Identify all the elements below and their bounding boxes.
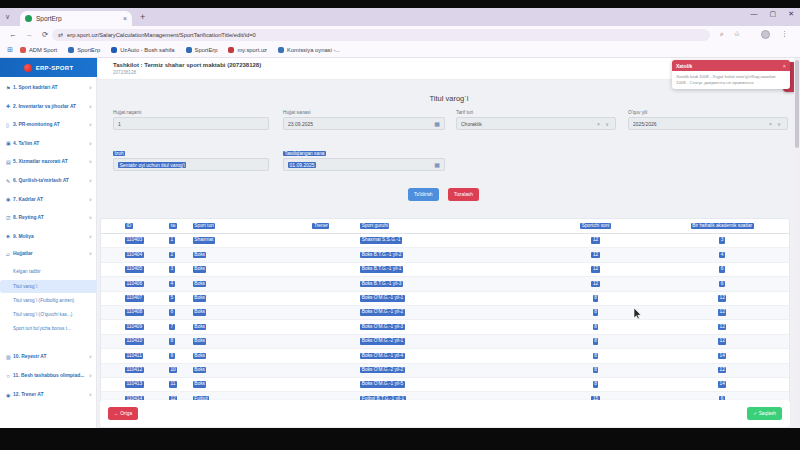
apps-grid-icon[interactable]: ⊞ [7,46,13,54]
sidebar-item-10[interactable]: ▥10. Reyestr AT∨ [0,350,97,363]
cell-value: Shaxmat [193,237,215,244]
toast-close-icon[interactable]: × [783,63,786,69]
table-row[interactable]: 1104042BoksBoks B.T.G.-1 yil-2124 [101,248,789,262]
table-cell-guruh: Shaxmat S.S.G.-1 [356,237,535,244]
book-icon: ▣ [6,140,13,146]
bookmark-star-icon[interactable]: ☆ [734,30,740,38]
reload-icon[interactable]: ⟳ [42,30,48,39]
clear-button[interactable]: Tozalash [448,188,479,201]
sidebar-item-12[interactable]: ◉12. Trener AT∨ [0,388,97,401]
bookmark-item[interactable]: SportErp [186,47,218,53]
table-row[interactable]: 1104097BoksBoks O'M.G.-1 yil-3812 [101,320,789,334]
calendar-icon[interactable]: ▦ [434,120,440,127]
calendar-icon[interactable]: ▦ [434,161,440,168]
sidebar-item-7[interactable]: ◉7. Kadrlar AT∨ [0,193,97,206]
site-info-icon[interactable]: ⇄ [58,31,63,38]
sidebar-subitem-2[interactable]: Titul varog`i [0,280,97,293]
doc-number-input[interactable]: 1 [113,117,269,130]
bookmark-item[interactable]: my.sport.uz [228,47,267,53]
bookmark-item[interactable]: SportErp [68,47,100,53]
tarif-type-value: Choraklik [461,121,594,127]
table-row[interactable]: 1104064BoksBoks B.T.G.-1 yil-3126 [101,277,789,291]
table-cell-guruh: Boks O'M.G.-1 yil-1 [356,295,535,302]
sidebar-item-11[interactable]: ☆11. Besh tashabbus olimpiad...∨ [0,369,97,382]
profile-avatar[interactable] [761,30,770,39]
table-row[interactable]: 1104108BoksBoks O'M.G.-2 yil-1812 [101,335,789,349]
new-tab-button[interactable]: + [140,13,145,22]
izoh-input[interactable]: Sentabr oyi uchun titul varog'i [113,158,269,171]
bookmark-favicon-icon [20,47,26,53]
table-cell-id: 110409 [101,324,165,331]
address-bar[interactable]: ⇄ erp.sport.uz/SalaryCalculationManageme… [52,29,710,41]
window-close-button[interactable]: ✕ [788,10,794,18]
table-row[interactable]: 1104075BoksBoks O'M.G.-1 yil-1812 [101,292,789,306]
sidebar-item-4[interactable]: ▣4. Ta'lim AT∨ [0,137,97,150]
page-title: Titul varog`i [98,94,800,103]
table-cell-soni: 12 [536,266,656,273]
sidebar-item-hujjatlar[interactable]: ▱Hujjatlar∨ [0,247,97,260]
forward-icon[interactable]: → [26,30,34,39]
cell-value: 6 [169,309,175,316]
menu-item-label: 4. Ta'lim AT [13,141,89,146]
org-name: Tashkilot : Termiz shahar sport maktabi … [113,62,261,68]
plus-icon: ✚ [6,103,13,109]
web-app: ERP-SPORT ⚑1. Sport kadrlari AT∨✚2. Inve… [0,58,800,428]
sidebar-item-2[interactable]: ✚2. Inventarlar va jihozlar AT∨ [0,100,97,113]
sidebar-subitem-1[interactable]: Kelgan tadbir [0,265,97,278]
monitor-icon: ▯ [6,122,13,128]
approved-date-input[interactable]: 01.09.2025 ▦ [283,158,445,171]
fill-button[interactable]: To'ldirish [408,188,439,201]
header-label: Sport guruhi [360,223,389,230]
browser-menu-icon[interactable]: ⋮ [781,30,788,38]
bookmark-label: SportErp [195,47,218,53]
study-year-select[interactable]: 2025/2026 × ∨ [628,117,788,130]
sidebar-subitem-4[interactable]: Titul varog`i (O'quvchi kas...) [0,308,97,321]
sidebar-item-9[interactable]: ◈9. Moliya∨ [0,230,97,243]
table-row[interactable]: 11041311BoksBoks O'M.G.-1 yil-5814 [101,378,789,392]
sidebar-item-5[interactable]: ▤5. Xizmatlar nazorati AT∨ [0,155,97,168]
table-row[interactable]: 1104031ShaxmatShaxmat S.S.G.-1123 [101,234,789,248]
sidebar-item-1[interactable]: ⚑1. Sport kadrlari AT∨ [0,81,97,94]
sidebar-subitem-5[interactable]: Sport turi bo'yicha bonus t... [0,322,97,335]
table-cell-sport: Boks [189,367,311,374]
table-row[interactable]: 11041210BoksBoks O'M.G.-2 yil-2812 [101,364,789,378]
sidebar-item-3[interactable]: ▯3. PR-monitoring AT∨ [0,118,97,131]
person-icon: ◉ [6,196,13,202]
bookmark-item[interactable]: ADM Sport [20,47,57,53]
clear-dropdown-icons[interactable]: × ∨ [597,121,611,127]
table-cell-n: 8 [165,338,189,345]
cell-value: Boks O'M.G.-1 yil-4 [360,353,404,360]
doc-date-input[interactable]: 23.09.2025 ▦ [283,117,445,130]
table-cell-soat: 4 [655,252,789,259]
sidebar-subitem-3[interactable]: Titul varog`i (Futbollig antren) [0,294,97,307]
save-button[interactable]: ✓ Saqlash [747,407,782,420]
back-button[interactable]: ← Ortga [108,407,138,420]
bookmark-item[interactable]: Komissiya oynasi -... [278,47,340,53]
clear-dropdown-icons[interactable]: × ∨ [769,121,783,127]
bookmark-item[interactable]: UzAuto - Bosh sahifa [111,47,174,53]
tab-close-icon[interactable]: × [123,15,127,22]
footer-bar: ← Ortga ✓ Saqlash [100,400,790,427]
tab-search-icon[interactable]: ∨ [5,13,10,21]
flag-icon: ⚑ [6,85,13,91]
cell-value: Boks [193,252,207,259]
browser-tab[interactable]: SportErp × [20,11,132,26]
window-maximize-button[interactable]: ▢ [770,10,777,18]
tarif-type-select[interactable]: Choraklik × ∨ [456,117,616,130]
app-logo[interactable]: ERP-SPORT [0,58,97,77]
scrollbar-thumb[interactable] [795,60,799,148]
table-cell-guruh: Boks B.T.G.-1 yil-3 [356,281,535,288]
cell-value: 3 [169,266,175,273]
back-icon[interactable]: ← [9,30,17,39]
table-row[interactable]: 1104053BoksBoks B.T.G.-1 yil-1126 [101,263,789,277]
table-row[interactable]: 1104119BoksBoks O'M.G.-1 yil-4814 [101,349,789,363]
lens-icon[interactable]: ⌕ [720,30,724,38]
table-cell-sport: Boks [189,353,311,360]
cell-value: 2 [169,252,175,259]
sidebar-item-6[interactable]: ✎6. Qurilish-ta'mirlash AT∨ [0,174,97,187]
sidebar-item-8[interactable]: ☑8. Reyting AT∨ [0,211,97,224]
table-row[interactable]: 1104086BoksBoks O'M.G.-1 yil-2812 [101,306,789,320]
cell-value: 110410 [125,338,144,345]
window-minimize-button[interactable]: — [751,10,758,18]
page-scrollbar[interactable] [794,58,800,428]
